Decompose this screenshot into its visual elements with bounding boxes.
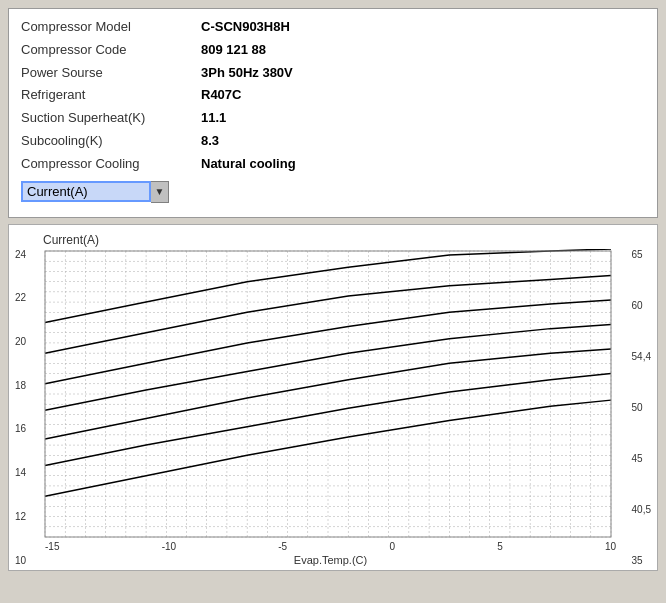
info-value: R407C <box>201 85 241 106</box>
info-label: Subcooling(K) <box>21 131 201 152</box>
chart-x-axis: -15-10-50510 <box>43 541 618 552</box>
chart-y-label: Current(A) <box>43 233 653 247</box>
dropdown-arrow-icon[interactable]: ▼ <box>151 181 169 203</box>
right-axis-label: 54,4 <box>632 351 651 362</box>
chart-right-axis: 656054,4504540,535 <box>632 249 651 566</box>
info-row: Compressor CoolingNatural cooling <box>21 154 645 175</box>
info-panel: Compressor ModelC-SCN903H8HCompressor Co… <box>8 8 658 218</box>
right-axis-label: 50 <box>632 402 643 413</box>
x-axis-label: -5 <box>278 541 287 552</box>
y-axis-label: 10 <box>15 555 26 566</box>
info-label: Compressor Code <box>21 40 201 61</box>
info-label: Refrigerant <box>21 85 201 106</box>
y-axis-label: 18 <box>15 380 26 391</box>
info-value: C-SCN903H8H <box>201 17 290 38</box>
metric-dropdown[interactable]: Current(A)Power(W)COPCapacity(W) <box>21 181 151 202</box>
chart-y-axis: 2422201816141210 <box>15 249 26 566</box>
right-axis-label: 65 <box>632 249 643 260</box>
x-axis-label: 0 <box>389 541 395 552</box>
x-axis-label: -10 <box>162 541 176 552</box>
info-row: RefrigerantR407C <box>21 85 645 106</box>
y-axis-label: 14 <box>15 467 26 478</box>
info-value: 11.1 <box>201 108 226 129</box>
right-axis-label: 35 <box>632 555 643 566</box>
info-value: 3Ph 50Hz 380V <box>201 63 293 84</box>
info-value: Natural cooling <box>201 154 296 175</box>
right-axis-label: 45 <box>632 453 643 464</box>
x-axis-label: 10 <box>605 541 616 552</box>
info-row: Power Sourse3Ph 50Hz 380V <box>21 63 645 84</box>
x-axis-label: -15 <box>45 541 59 552</box>
info-label: Compressor Cooling <box>21 154 201 175</box>
info-row: Suction Superheat(K)11.1 <box>21 108 645 129</box>
info-row: Compressor Code809 121 88 <box>21 40 645 61</box>
y-axis-label: 24 <box>15 249 26 260</box>
info-value: 8.3 <box>201 131 219 152</box>
info-row: Compressor ModelC-SCN903H8H <box>21 17 645 38</box>
chart-x-label: Evap.Temp.(C) <box>43 554 618 566</box>
x-axis-label: 5 <box>497 541 503 552</box>
info-label: Compressor Model <box>21 17 201 38</box>
dropdown-row: Current(A)Power(W)COPCapacity(W) ▼ <box>21 181 645 203</box>
chart-container: Current(A) 2422201816141210 656054,45045… <box>8 224 658 571</box>
info-value: 809 121 88 <box>201 40 266 61</box>
y-axis-label: 20 <box>15 336 26 347</box>
right-axis-label: 60 <box>632 300 643 311</box>
info-row: Subcooling(K)8.3 <box>21 131 645 152</box>
y-axis-label: 12 <box>15 511 26 522</box>
info-label: Power Sourse <box>21 63 201 84</box>
right-axis-label: 40,5 <box>632 504 651 515</box>
info-label: Suction Superheat(K) <box>21 108 201 129</box>
y-axis-label: 22 <box>15 292 26 303</box>
y-axis-label: 16 <box>15 423 26 434</box>
main-container: Compressor ModelC-SCN903H8HCompressor Co… <box>0 0 666 603</box>
chart-area: 2422201816141210 656054,4504540,535 -15-… <box>43 249 618 566</box>
chart-canvas <box>43 249 613 539</box>
